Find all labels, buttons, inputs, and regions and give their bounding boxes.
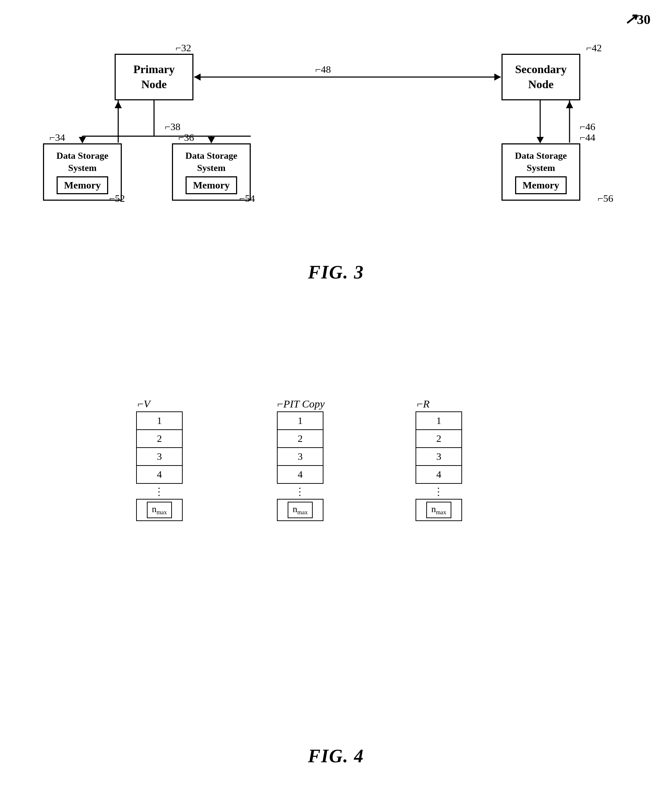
v-nmax: nmax xyxy=(147,502,172,518)
table-row: 4 xyxy=(416,465,462,483)
pit-label-ref: ⌐PIT Copy xyxy=(276,398,325,410)
ref-38: ⌐38 xyxy=(165,121,181,133)
svg-marker-13 xyxy=(537,137,544,143)
ref-54: ⌐54 xyxy=(239,193,255,204)
svg-marker-8 xyxy=(208,137,215,143)
r-label-ref: ⌐R xyxy=(416,398,429,410)
pit-table-group: ⌐PIT Copy 1 2 3 4 ⋮ nmax xyxy=(276,398,325,521)
dss44-label: Data StorageSystem xyxy=(515,150,567,174)
ref-32: ⌐32 xyxy=(176,42,191,54)
ref-48: ⌐48 xyxy=(315,64,331,75)
table-row: 2 xyxy=(136,430,182,447)
svg-marker-1 xyxy=(494,74,501,81)
svg-marker-2 xyxy=(194,74,201,81)
table-row: ⋮ xyxy=(136,483,182,499)
primary-node-label: Primary Node xyxy=(133,62,175,92)
dss34-memory: Memory xyxy=(57,176,109,194)
primary-node-box: Primary Node xyxy=(115,54,194,100)
table-row: 3 xyxy=(416,447,462,465)
pit-table: 1 2 3 4 ⋮ nmax xyxy=(277,411,323,521)
v-table-group: ⌐V 1 2 3 4 ⋮ nmax xyxy=(136,398,183,521)
fig-number-badge: ↗30 xyxy=(624,10,651,27)
svg-marker-11 xyxy=(115,101,122,108)
fig3-caption: FIG. 3 xyxy=(0,261,672,283)
badge-arrow: ↗ xyxy=(624,11,637,27)
ref-34: ⌐34 xyxy=(50,132,65,143)
dss34-label: Data StorageSystem xyxy=(56,150,108,174)
dss34-box: Data StorageSystem Memory xyxy=(43,143,122,201)
table-row: 4 xyxy=(136,465,182,483)
table-row: ⋮ xyxy=(277,483,323,499)
dss36-memory: Memory xyxy=(186,176,237,194)
table-row: 3 xyxy=(136,447,182,465)
table-row: 2 xyxy=(416,430,462,447)
table-row: nmax xyxy=(136,499,182,521)
table-row: nmax xyxy=(416,499,462,521)
ref-52: ⌐52 xyxy=(109,193,125,204)
ref-42: ⌐42 xyxy=(586,42,602,54)
table-row: nmax xyxy=(277,499,323,521)
table-row: 1 xyxy=(277,412,323,430)
r-table: 1 2 3 4 ⋮ nmax xyxy=(416,411,462,521)
v-label-ref: ⌐V xyxy=(136,398,150,410)
table-row: 2 xyxy=(277,430,323,447)
fig4-caption: FIG. 4 xyxy=(0,746,672,766)
ref-36: ⌐36 xyxy=(178,132,194,143)
pit-nmax: nmax xyxy=(288,502,313,518)
ref-56: ⌐56 xyxy=(597,193,613,204)
table-row: 1 xyxy=(136,412,182,430)
dss36-box: Data StorageSystem Memory xyxy=(172,143,251,201)
ref-44: ⌐44 xyxy=(579,132,595,143)
r-nmax: nmax xyxy=(426,502,451,518)
ref-46: ⌐46 xyxy=(579,121,595,133)
table-row: 1 xyxy=(416,412,462,430)
svg-marker-6 xyxy=(79,137,86,143)
secondary-node-box: Secondary Node xyxy=(501,54,580,100)
table-row: 3 xyxy=(277,447,323,465)
table-row: 4 xyxy=(277,465,323,483)
dss44-memory: Memory xyxy=(515,176,567,194)
v-table: 1 2 3 4 ⋮ nmax xyxy=(136,411,183,521)
svg-marker-15 xyxy=(566,101,573,108)
secondary-node-label: Secondary Node xyxy=(515,62,567,92)
fig4-diagram: ⌐V 1 2 3 4 ⋮ nmax ⌐PIT Copy 1 2 3 4 ⋮ nm… xyxy=(0,376,672,699)
table-row: ⋮ xyxy=(416,483,462,499)
dss44-box: Data StorageSystem Memory xyxy=(501,143,580,201)
dss36-label: Data StorageSystem xyxy=(185,150,237,174)
fig3-diagram: Primary Node Secondary Node Data Storage… xyxy=(36,32,638,240)
r-table-group: ⌐R 1 2 3 4 ⋮ nmax xyxy=(416,398,462,521)
